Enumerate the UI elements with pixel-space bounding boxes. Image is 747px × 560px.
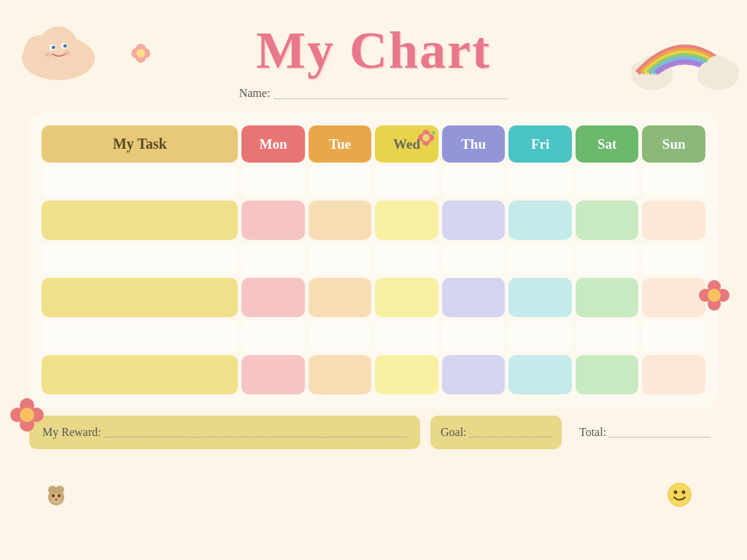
- task-cell-4[interactable]: [42, 278, 238, 317]
- table-row: [42, 321, 705, 351]
- name-input-line[interactable]: [274, 88, 508, 99]
- task-cell-2[interactable]: [42, 201, 238, 240]
- chart-container: My Task Mon Tue Wed Thu Fri Sat Sun: [29, 113, 718, 407]
- wed-cell-5[interactable]: [375, 321, 438, 351]
- flower-bottom-right: [696, 277, 732, 321]
- header-fri: Fri: [508, 125, 572, 163]
- svg-point-10: [44, 52, 52, 57]
- fri-cell-4[interactable]: [508, 278, 572, 317]
- tue-cell-5[interactable]: [309, 321, 372, 351]
- mon-cell-5[interactable]: [241, 321, 305, 351]
- header-task: My Task: [42, 125, 238, 163]
- goal-label: Goal:: [441, 426, 467, 439]
- table-row: [42, 278, 705, 317]
- mon-cell-3[interactable]: [241, 244, 305, 274]
- mon-cell-2[interactable]: [241, 201, 305, 240]
- sun-cell-6[interactable]: [642, 355, 705, 394]
- sun-cell-1[interactable]: [642, 166, 705, 197]
- flower-top-left: [128, 40, 154, 71]
- svg-point-46: [55, 499, 58, 501]
- svg-point-48: [674, 491, 678, 494]
- sun-cell-3[interactable]: [642, 244, 705, 274]
- sat-cell-6[interactable]: [576, 355, 639, 394]
- sat-cell-3[interactable]: [576, 244, 639, 274]
- bottom-row: My Reward: Goal: Total:: [29, 416, 718, 449]
- bear-icon: [45, 484, 67, 510]
- tue-cell-3[interactable]: [309, 244, 372, 274]
- thu-cell-5[interactable]: [442, 321, 506, 351]
- svg-point-39: [708, 289, 721, 302]
- mon-cell-4[interactable]: [241, 278, 305, 317]
- header-tue: Tue: [309, 125, 372, 163]
- cloud-decoration: [15, 15, 102, 80]
- header-row: My Task Mon Tue Wed Thu Fri Sat Sun: [42, 125, 705, 163]
- fri-cell-6[interactable]: [508, 355, 572, 394]
- tue-cell-1[interactable]: [309, 166, 372, 197]
- svg-point-9: [65, 45, 66, 47]
- flower-bottom-left: [7, 395, 47, 443]
- task-cell-6[interactable]: [42, 355, 238, 394]
- fri-cell-1[interactable]: [508, 166, 572, 197]
- fri-cell-5[interactable]: [508, 321, 572, 351]
- sat-cell-4[interactable]: [576, 278, 639, 317]
- goal-box[interactable]: Goal:: [430, 416, 562, 449]
- svg-point-34: [20, 408, 34, 422]
- sat-cell-1[interactable]: [576, 166, 639, 197]
- thu-cell-4[interactable]: [442, 278, 506, 317]
- sat-cell-5[interactable]: [576, 321, 639, 351]
- total-label: Total:: [579, 426, 606, 439]
- tue-cell-4[interactable]: [309, 278, 372, 317]
- header-sun: Sun: [642, 125, 705, 163]
- table-row: [42, 201, 705, 240]
- wed-cell-1[interactable]: [375, 166, 438, 197]
- svg-point-47: [668, 483, 692, 507]
- thu-cell-1[interactable]: [442, 166, 506, 197]
- thu-cell-3[interactable]: [442, 244, 506, 274]
- total-input-line[interactable]: [609, 427, 711, 438]
- thu-cell-2[interactable]: [442, 201, 506, 240]
- table-row: [42, 166, 705, 197]
- wed-cell-3[interactable]: [375, 244, 438, 274]
- svg-point-8: [53, 47, 55, 48]
- sun-cell-2[interactable]: [642, 201, 705, 240]
- sun-cell-5[interactable]: [642, 321, 705, 351]
- svg-point-11: [63, 51, 71, 55]
- reward-input-line[interactable]: [104, 427, 407, 438]
- task-cell-5[interactable]: [42, 321, 238, 351]
- header-mon: Mon: [241, 125, 305, 163]
- table-row: [42, 244, 705, 274]
- svg-point-16: [136, 49, 145, 58]
- wed-cell-6[interactable]: [375, 355, 438, 394]
- header-thu: Thu: [442, 125, 506, 163]
- smiley-icon: [667, 482, 692, 513]
- task-cell-3[interactable]: [42, 244, 238, 274]
- chart-table: My Task Mon Tue Wed Thu Fri Sat Sun: [38, 122, 709, 398]
- mon-cell-1[interactable]: [241, 166, 305, 197]
- header-sat: Sat: [576, 125, 639, 163]
- goal-input-line[interactable]: [470, 427, 551, 438]
- svg-point-49: [682, 491, 686, 494]
- reward-box[interactable]: My Reward:: [29, 416, 420, 449]
- sat-cell-2[interactable]: [576, 201, 639, 240]
- thu-cell-6[interactable]: [442, 355, 506, 394]
- svg-point-44: [52, 494, 55, 497]
- tue-cell-2[interactable]: [309, 201, 372, 240]
- wed-cell-2[interactable]: [375, 201, 438, 240]
- table-row: [42, 355, 705, 394]
- svg-point-24: [719, 61, 739, 82]
- svg-point-45: [58, 494, 61, 497]
- svg-point-29: [422, 134, 430, 141]
- wed-cell-4[interactable]: [375, 278, 438, 317]
- reward-label: My Reward:: [42, 426, 101, 439]
- rainbow-decoration: [630, 7, 732, 88]
- flower-name-area: [416, 128, 436, 152]
- mon-cell-6[interactable]: [241, 355, 305, 394]
- total-box[interactable]: Total:: [572, 416, 718, 449]
- fri-cell-2[interactable]: [508, 201, 572, 240]
- tue-cell-6[interactable]: [309, 355, 372, 394]
- name-label: Name:: [239, 87, 271, 100]
- fri-cell-3[interactable]: [508, 244, 572, 274]
- task-cell-1[interactable]: [42, 166, 238, 197]
